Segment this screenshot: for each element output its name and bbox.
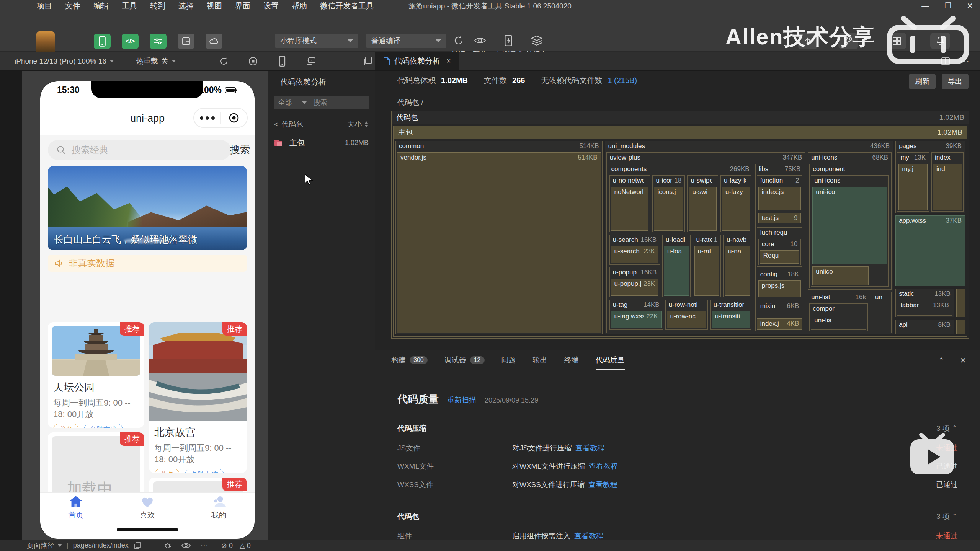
collapse-panel-icon[interactable]: ⌃ (938, 356, 944, 365)
treemap-main-package-bar[interactable]: 主包 1.02MB (394, 126, 967, 139)
exit-target-icon[interactable] (221, 112, 247, 124)
bottom-tab[interactable]: 输出 (533, 355, 547, 370)
custom-compile-icon[interactable] (164, 542, 172, 549)
cloud-toggle-button[interactable] (206, 34, 222, 49)
treemap-node-u-navb[interactable]: u-navbu-na (723, 235, 751, 297)
message-button[interactable] (930, 33, 950, 49)
tutorial-link[interactable]: 查看教程 (574, 532, 603, 540)
tab-close-icon[interactable]: × (446, 57, 451, 65)
treemap-node-app.wxss[interactable]: app.wxss37KB (895, 215, 965, 286)
treemap-node-static[interactable]: static13KBtabbar13KB (895, 289, 954, 317)
treemap-node-u-search[interactable]: u-search16KBu-search.js23K (609, 235, 660, 265)
maximize-button[interactable]: ❐ (944, 1, 951, 10)
treemap-node-my.j[interactable]: my.j (898, 164, 928, 210)
preview-button[interactable] (472, 33, 488, 48)
remote-debug-button[interactable] (501, 33, 516, 48)
close-button[interactable]: ✕ (967, 1, 973, 10)
sort-control[interactable]: 大小 (347, 119, 369, 129)
treemap-root-bar[interactable]: 代码包 1.02MB (392, 111, 969, 124)
phone-frame-icon[interactable] (276, 55, 288, 67)
bottom-tab[interactable]: 代码质量 (596, 355, 625, 370)
treemap-node-libs[interactable]: libs75KBfunction2index.jstest.js9luch-re… (755, 164, 804, 331)
treemap-node-un[interactable]: un (872, 292, 892, 333)
rescan-link[interactable]: 重新扫描 (447, 395, 476, 405)
treemap-node-u-loa[interactable]: u-loa (664, 246, 689, 296)
search-input[interactable]: 搜索经典 (48, 140, 231, 160)
treemap-node-u-transitior[interactable]: u-transitioru-transiti (710, 300, 751, 330)
treemap-node-icons.j[interactable]: icons.j (654, 187, 683, 231)
treemap-node-function[interactable]: function2index.jstest.js9 (757, 175, 803, 225)
treemap-node-u-rat[interactable]: u-rat (694, 246, 720, 296)
treemap-node-u-tag[interactable]: u-tag14KBu-tag.wxss22K (609, 300, 663, 330)
error-count[interactable]: ⊘ 0 (221, 541, 233, 550)
menu-item[interactable]: 设置 (263, 1, 279, 11)
more-status-icon[interactable]: ⋯ (201, 541, 208, 550)
capsule-menu[interactable] (193, 108, 248, 128)
tutorial-link[interactable]: 查看教程 (575, 444, 604, 452)
tutorial-link[interactable]: 查看教程 (588, 481, 617, 489)
treemap-node-u-icon[interactable]: u-icon18icons.j (652, 175, 685, 232)
treemap-node-uview-plus[interactable]: uview-plus347KBcomponents269KBu-no-netwo… (606, 152, 806, 333)
treemap-node-u-rate[interactable]: u-rate1u-rat (693, 235, 721, 297)
pages-icon[interactable] (362, 55, 373, 67)
treemap-node-u-swipe[interactable]: u-swipeu-swi (687, 175, 718, 232)
compile-select[interactable]: 普通编译 (366, 34, 446, 48)
treemap-node-config[interactable]: config18Kprops.js (757, 269, 803, 298)
treemap-node-compor[interactable]: comporuni-lis (809, 303, 868, 331)
tab-dependency-analysis[interactable]: 代码依赖分析 × (375, 52, 459, 70)
warning-count[interactable]: △ 0 (240, 541, 251, 550)
treemap-node-mixin[interactable]: mixin6KB (757, 301, 803, 316)
tab-likes[interactable]: 喜欢 (112, 493, 183, 522)
treemap-node-uni-icons[interactable]: uni-icons68KBcomponentuni-iconsuni-icoun… (808, 152, 892, 290)
menu-item[interactable]: 微信开发者工具 (320, 1, 374, 11)
back-icon[interactable]: < (274, 120, 278, 129)
treemap-node-pages[interactable]: pages39KBmy13Kmy.jindexind (895, 141, 965, 213)
treemap-node-uni-lis[interactable]: uni-lis (811, 315, 866, 330)
treemap-node-u-tag.wxss[interactable]: u-tag.wxss22K (611, 311, 662, 328)
tab-mine[interactable]: 我的 (183, 493, 255, 522)
multi-window-icon[interactable] (305, 55, 317, 67)
treemap-node-u-no-networ[interactable]: u-no-networnoNetworl (609, 175, 650, 232)
tab-home[interactable]: 首页 (40, 493, 112, 522)
restart-icon[interactable] (218, 55, 230, 67)
treemap-node-u-lazy-k[interactable]: u-lazy-ku-lazy (720, 175, 751, 232)
treemap-node-core[interactable]: core10Requ (758, 239, 801, 265)
hot-reload-select[interactable]: 热重载 关 (136, 56, 176, 66)
treemap-node-uni-ico[interactable]: uni-ico (812, 187, 887, 264)
device-select[interactable]: iPhone 12/13 (Pro) 100% 16 (15, 57, 114, 65)
treemap-node-noNetworl[interactable]: noNetworl (611, 187, 649, 231)
upload-button[interactable] (798, 33, 818, 49)
version-button[interactable] (838, 33, 858, 49)
copy-path-icon[interactable] (134, 542, 141, 549)
treemap-node-ind[interactable]: ind (933, 164, 962, 210)
treemap-node-u-row-nc[interactable]: u-row-nc (667, 311, 706, 328)
treemap-node-index.j[interactable]: index.j4KB (757, 318, 803, 330)
details-button[interactable] (887, 33, 906, 49)
menu-item[interactable]: 工具 (122, 1, 137, 11)
treemap-node-uniico[interactable]: uniico (812, 266, 869, 285)
debugger-toggle-button[interactable] (150, 34, 167, 49)
treemap-node-index[interactable]: indexind (931, 152, 964, 212)
treemap-node-i[interactable]: i (956, 320, 965, 334)
search-button[interactable]: 搜索 (230, 143, 250, 156)
more-dots-icon[interactable] (194, 116, 220, 120)
treemap-node-Requ[interactable]: Requ (760, 250, 800, 264)
treemap-node-api[interactable]: api8KB (895, 320, 954, 334)
back-label[interactable]: 代码包 (281, 119, 303, 129)
treemap-node-index.js[interactable]: index.js (758, 187, 801, 210)
section-count[interactable]: 3 项 ⌃ (936, 424, 958, 434)
filter-select[interactable]: 全部 (274, 98, 307, 107)
package-list-item[interactable]: 主包 1.02MB (274, 138, 369, 148)
attraction-card[interactable]: 推荐 天坛公园 每周一到周五9: 00 -- 18: 00开放 著名 名胜古迹 (48, 322, 144, 428)
editor-toggle-button[interactable]: </> (122, 34, 139, 49)
treemap-node-test.js[interactable]: test.js9 (758, 213, 801, 223)
menu-item[interactable]: 项目 (37, 1, 52, 11)
treemap-node-a[interactable]: a (956, 289, 965, 317)
watch-icon[interactable] (181, 543, 191, 549)
no-dependency-link[interactable]: 1 (215B) (608, 76, 637, 85)
simulator-toggle-button[interactable] (94, 34, 111, 49)
menu-item[interactable]: 帮助 (292, 1, 307, 11)
treemap-node-u-loadi[interactable]: u-loadiu-loa (662, 235, 691, 297)
treemap-node-props.js[interactable]: props.js (758, 280, 801, 297)
treemap-node-u-popup[interactable]: u-popup16KBu-popup.js23K (609, 267, 660, 297)
